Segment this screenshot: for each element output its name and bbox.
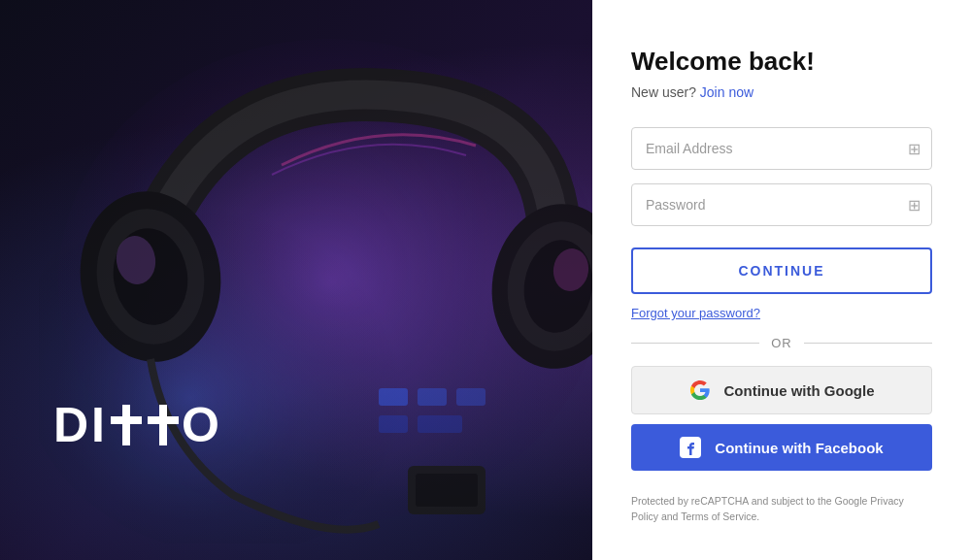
- svg-rect-13: [418, 388, 447, 406]
- brand-logo: DI O: [53, 397, 222, 453]
- password-group: ⊞: [631, 183, 932, 226]
- divider-text: OR: [771, 336, 792, 350]
- forgot-password-link[interactable]: Forgot your password?: [631, 306, 932, 320]
- logo-plus-1: [108, 401, 145, 449]
- recaptcha-text-content: Protected by reCAPTCHA and subject to th…: [631, 495, 904, 522]
- new-user-text: New user? Join now: [631, 84, 932, 100]
- facebook-signin-button[interactable]: Continue with Facebook: [631, 424, 932, 471]
- panel-title: Welcome back!: [631, 47, 932, 77]
- google-signin-button[interactable]: Continue with Google: [631, 366, 932, 414]
- svg-rect-12: [379, 388, 408, 406]
- svg-rect-17: [122, 405, 130, 445]
- facebook-button-label: Continue with Facebook: [715, 440, 883, 456]
- facebook-icon: [680, 437, 701, 458]
- svg-rect-20: [148, 416, 179, 424]
- logo-plus-2: [145, 401, 182, 449]
- new-user-label: New user?: [631, 84, 696, 100]
- divider: OR: [631, 336, 932, 350]
- divider-line-right: [804, 343, 932, 344]
- login-panel: Welcome back! New user? Join now ⊞ ⊞ CON…: [592, 0, 971, 560]
- svg-rect-14: [456, 388, 486, 406]
- continue-button[interactable]: CONTINUE: [631, 247, 932, 294]
- password-input[interactable]: [631, 183, 932, 226]
- logo-text-o: O: [182, 397, 222, 453]
- join-now-link[interactable]: Join now: [700, 84, 753, 100]
- svg-rect-11: [416, 474, 478, 507]
- google-icon: [689, 379, 711, 401]
- password-icon: ⊞: [908, 196, 921, 214]
- svg-rect-16: [418, 415, 462, 433]
- email-icon: ⊞: [908, 140, 921, 158]
- google-button-label: Continue with Google: [724, 382, 875, 399]
- logo-text: DI: [53, 397, 108, 453]
- recaptcha-notice: Protected by reCAPTCHA and subject to th…: [631, 494, 932, 525]
- email-input[interactable]: [631, 127, 932, 170]
- email-group: ⊞: [631, 127, 932, 170]
- divider-line-left: [631, 343, 759, 344]
- headphones-image: [39, 19, 602, 544]
- svg-rect-15: [379, 415, 408, 433]
- svg-rect-18: [111, 416, 142, 424]
- svg-rect-19: [159, 405, 167, 445]
